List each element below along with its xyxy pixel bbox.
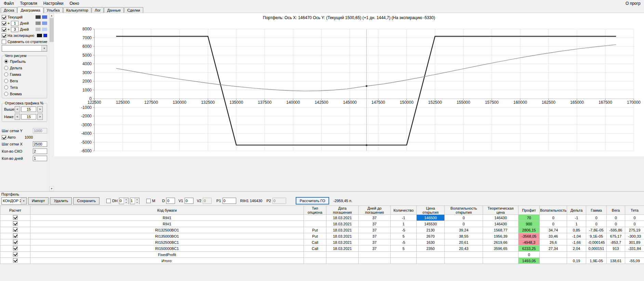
plus3-color-swatch-blue[interactable]: [42, 28, 47, 31]
tab-smile[interactable]: Улыбка: [44, 7, 63, 13]
table-cell[interactable]: 145530: [417, 221, 445, 227]
table-cell[interactable]: 2619,66: [483, 239, 519, 245]
above-percent-input[interactable]: [21, 107, 36, 112]
table-cell[interactable]: FixedProfit: [30, 252, 304, 258]
table-cell[interactable]: 0: [540, 221, 567, 227]
table-cell[interactable]: [625, 252, 644, 258]
table-row[interactable]: RI152500BC1Call18.03.202137-5163020,6126…: [0, 239, 644, 245]
table-cell[interactable]: Итого:: [30, 258, 304, 264]
table-cell[interactable]: -7,8E-05: [586, 227, 607, 233]
expiration-color-swatch-blue[interactable]: [43, 34, 47, 37]
table-cell[interactable]: 1,9E-05: [586, 258, 607, 264]
table-cell[interactable]: 301,89: [625, 239, 644, 245]
table-cell[interactable]: -1,66: [567, 239, 586, 245]
table-cell[interactable]: 70: [519, 215, 540, 221]
above-decrease-button[interactable]: <: [15, 106, 20, 112]
delete-button[interactable]: Удалить: [50, 197, 72, 205]
below-percent-input[interactable]: [21, 114, 36, 120]
table-cell[interactable]: 2130: [417, 227, 445, 233]
chevron-down-icon[interactable]: ▾: [21, 198, 26, 204]
table-row[interactable]: RI132500BO1Put18.03.202137-5213039,24156…: [0, 227, 644, 233]
table-cell[interactable]: 0: [625, 215, 644, 221]
dh-spinner-2-input[interactable]: [130, 198, 135, 204]
dh-spinner-1-input[interactable]: [119, 198, 124, 204]
radio-icon[interactable]: [4, 66, 8, 70]
table-cell[interactable]: 9,1E-05: [586, 233, 607, 239]
table-cell[interactable]: 2350: [417, 245, 445, 252]
table-cell[interactable]: -300,33: [625, 233, 644, 239]
table-cell[interactable]: 37: [359, 233, 391, 239]
table-cell[interactable]: [359, 258, 391, 264]
column-header[interactable]: Дельта: [567, 206, 586, 215]
table-cell[interactable]: 5: [391, 233, 417, 239]
table-row[interactable]: RIH118.03.2021371145530014643090001000: [0, 221, 644, 227]
p1-input[interactable]: [223, 198, 236, 204]
table-cell[interactable]: 1493,05: [519, 258, 540, 264]
table-cell[interactable]: 146430: [483, 221, 519, 227]
m-checkbox[interactable]: [146, 199, 151, 203]
compare-strategy-select[interactable]: ▾: [2, 45, 47, 52]
table-cell[interactable]: Put: [304, 227, 326, 233]
spin-up-icon[interactable]: ▲: [124, 198, 128, 201]
table-cell[interactable]: 0,19: [567, 258, 586, 264]
table-cell[interactable]: 1568,77: [483, 227, 519, 233]
table-cell[interactable]: 1956,39: [483, 233, 519, 239]
table-cell[interactable]: -853,7: [607, 239, 625, 245]
draw-option[interactable]: Вомма: [4, 90, 45, 97]
d-input[interactable]: [166, 198, 175, 204]
scroll-down-icon[interactable]: ▼: [49, 186, 54, 191]
column-header[interactable]: Код бумаги: [30, 206, 304, 215]
scroll-up-icon[interactable]: ▲: [49, 13, 54, 18]
portfolio-select[interactable]: КОНДОР 2 П ▾: [1, 197, 27, 205]
table-cell[interactable]: Call: [304, 239, 326, 245]
tab-calculator[interactable]: Калькулятор: [63, 7, 91, 13]
table-cell[interactable]: [304, 215, 326, 221]
table-cell[interactable]: -1: [391, 215, 417, 221]
table-cell[interactable]: 0: [586, 221, 607, 227]
tab-data[interactable]: Данные: [104, 7, 124, 13]
compare-strategy-checkbox[interactable]: [2, 40, 6, 44]
table-cell[interactable]: RI132500BO1: [30, 227, 304, 233]
table-cell[interactable]: 18.03.2021: [326, 245, 359, 252]
row-calc-checkbox[interactable]: [13, 221, 17, 226]
tab-diagram[interactable]: Диаграмма: [17, 7, 43, 13]
table-cell[interactable]: 37: [359, 227, 391, 233]
table-cell[interactable]: RIH1: [30, 215, 304, 221]
tab-board[interactable]: Доска: [1, 7, 17, 13]
table-cell[interactable]: -595,86: [607, 227, 625, 233]
radio-icon[interactable]: [4, 85, 8, 89]
table-cell[interactable]: -0,000145: [586, 239, 607, 245]
table-cell[interactable]: [483, 258, 519, 264]
menu-item[interactable]: Окно: [67, 0, 82, 6]
above-increase-button[interactable]: >: [37, 106, 43, 112]
table-cell[interactable]: [359, 252, 391, 258]
table-cell[interactable]: 34,74: [540, 227, 567, 233]
table-cell[interactable]: 2806,15: [519, 227, 540, 233]
column-header[interactable]: Гамма: [586, 206, 607, 215]
table-cell[interactable]: 39,24: [445, 227, 483, 233]
table-cell[interactable]: 38,55: [445, 233, 483, 239]
table-cell[interactable]: [445, 258, 483, 264]
table-cell[interactable]: 146430: [483, 215, 519, 221]
table-cell[interactable]: 138,61: [607, 258, 625, 264]
table-cell[interactable]: 18.03.2021: [326, 215, 359, 221]
menu-about[interactable]: О прогр: [626, 1, 643, 6]
table-cell[interactable]: RI135000BO1: [30, 233, 304, 239]
table-cell[interactable]: -4948,3: [519, 239, 540, 245]
table-cell[interactable]: [417, 258, 445, 264]
menu-item[interactable]: Файл: [1, 0, 17, 6]
table-cell[interactable]: 1630: [417, 239, 445, 245]
table-cell[interactable]: -5: [391, 239, 417, 245]
table-cell[interactable]: [567, 252, 586, 258]
tab-log[interactable]: Лог: [92, 7, 104, 13]
plus1-days-input[interactable]: [11, 21, 18, 26]
radio-icon[interactable]: [4, 59, 8, 64]
column-header[interactable]: Расчет: [0, 206, 30, 215]
row-calc-checkbox[interactable]: [13, 258, 17, 263]
row-calc-checkbox[interactable]: [13, 252, 17, 256]
table-row[interactable]: RI150000BC1Call18.03.2021375235020,43359…: [0, 245, 644, 252]
table-cell[interactable]: 26,6: [540, 239, 567, 245]
chevron-down-icon[interactable]: ▾: [41, 45, 47, 51]
below-decrease-button[interactable]: <: [15, 114, 20, 120]
table-cell[interactable]: 37: [359, 221, 391, 227]
